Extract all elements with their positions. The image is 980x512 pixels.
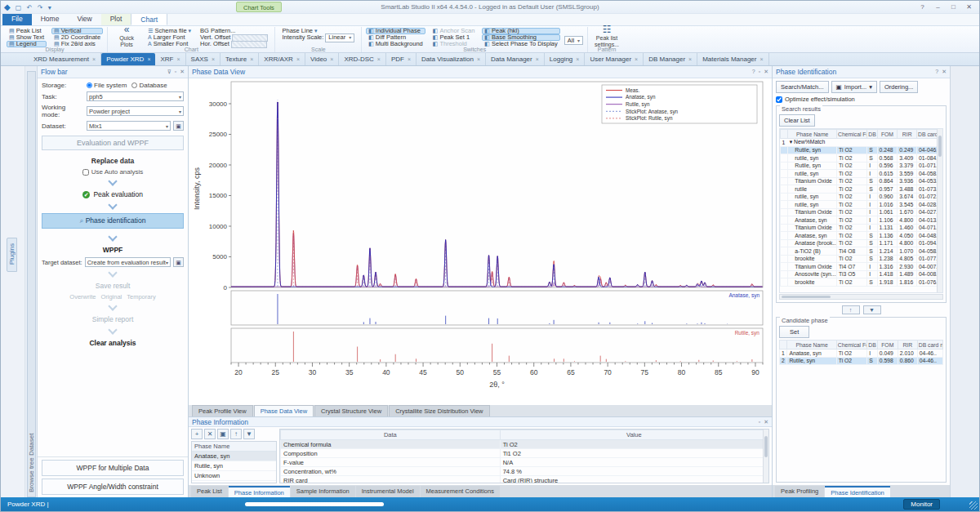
result-row[interactable]: Anatase, synTi O2 S1.1364.05004-048... [781, 232, 942, 240]
plugin-tab[interactable]: User Manager× [585, 53, 644, 65]
result-row[interactable]: Anatase (brook...Ti O2 S1.1714.80001-094… [781, 239, 942, 247]
plugin-tab[interactable]: Data Manager× [486, 53, 545, 65]
detail-row[interactable]: F-valueN/A [281, 458, 768, 467]
peak-list-settings-button[interactable]: ☷ Peak listsettings... [592, 28, 621, 45]
close-tab-icon[interactable]: × [536, 53, 539, 65]
close-tab-icon[interactable]: × [377, 53, 381, 65]
minimize-button[interactable]: – [931, 2, 945, 12]
add-phase-button[interactable]: + [191, 429, 203, 439]
result-group-row[interactable]: 1 ▾ New%Match [781, 139, 942, 147]
close-tab-icon[interactable]: × [688, 53, 692, 65]
expand-icon[interactable]: ▾ [790, 139, 792, 145]
help-icon[interactable]: ? [935, 69, 938, 75]
result-row[interactable]: a-TiO2 (B)Ti4 O8 S1.2141.07004-058... [781, 247, 942, 256]
plugin-tab[interactable]: Materials Manager× [697, 53, 768, 65]
optimize-checkbox[interactable] [776, 96, 782, 103]
col-formula[interactable]: Chemical Form... [837, 130, 867, 139]
detail-row[interactable]: CompositionTi1 O2 [281, 449, 768, 458]
plugin-tab[interactable]: SAXS× [186, 53, 220, 65]
float-icon[interactable]: ▫ [175, 69, 176, 75]
dataset-select[interactable]: Mix1▾ [87, 121, 171, 131]
dataset-browse-button[interactable]: ▣ [173, 121, 184, 131]
move-up-button[interactable]: ↑ [230, 429, 242, 439]
column-header-data[interactable]: Data [281, 430, 501, 440]
close-tab-icon[interactable]: × [760, 53, 763, 65]
target-dataset-options-button[interactable]: ▣ [173, 257, 184, 267]
close-tab-icon[interactable]: × [477, 53, 480, 65]
result-row[interactable]: Rutile, synTi O2 S0.2480.24904-046... [781, 146, 942, 154]
detail-row[interactable]: RIR cardCard (RIR) structure [281, 476, 768, 484]
resize-grip[interactable] [969, 501, 978, 510]
close-tab-icon[interactable]: × [296, 53, 300, 65]
detail-row[interactable]: Chemical formulaTi O2 [281, 440, 768, 449]
close-tab-icon[interactable]: × [635, 53, 638, 65]
plugin-tab[interactable]: DB Manager× [644, 53, 697, 65]
view-tab[interactable]: Peak Profile View [192, 405, 253, 416]
result-row[interactable]: rutileTi O2 S0.9573.48801-073... [781, 185, 942, 194]
help-icon[interactable]: ? [752, 69, 755, 75]
detail-row[interactable]: Concentration, wt%74.8 % [281, 467, 768, 476]
redo-icon[interactable]: ↷ [38, 4, 43, 11]
close-tab-icon[interactable]: × [576, 53, 579, 65]
flow-step-clear-analysis[interactable]: Clear analysis [42, 338, 184, 348]
copy-phase-button[interactable]: ▣ [217, 429, 229, 439]
plugin-tab[interactable]: Data Visualization× [416, 53, 486, 65]
col-db[interactable]: DB [867, 130, 877, 139]
help-button[interactable]: ? [915, 2, 929, 12]
wppf-footer-button[interactable]: WPPF Angle/Width constraint [42, 479, 184, 495]
col-rir[interactable]: RIR [898, 130, 917, 139]
quick-plots-button[interactable]: « QuickPlots [112, 28, 141, 45]
view-tab[interactable]: Crystal Structure View [314, 405, 388, 416]
bottom-tab[interactable]: Phase Information [229, 486, 290, 497]
float-icon[interactable]: ▫ [759, 69, 760, 75]
plugin-tab[interactable]: Powder XRD× [101, 53, 155, 65]
close-button[interactable]: ✕ [962, 2, 976, 12]
search-results-vscrollbar[interactable] [937, 129, 942, 292]
plugins-side-tab[interactable]: Plugins [7, 238, 17, 272]
close-tab-icon[interactable]: × [147, 53, 150, 65]
view-tab[interactable]: Phase Data View [254, 405, 314, 416]
result-row[interactable]: Titanium OxideTi O2 I1.1311.46004-071... [781, 224, 942, 232]
maximize-button[interactable]: □ [947, 2, 960, 12]
plugin-tab[interactable]: XRF× [155, 53, 185, 65]
ribbon-tab[interactable]: Chart [131, 13, 167, 25]
storage-radio[interactable]: File system [87, 82, 127, 89]
result-row[interactable]: rutile, synTi O2 S0.5683.40901-084... [781, 154, 942, 163]
result-row[interactable]: Titanium OxideTi O2 S0.8643.93604-053... [781, 177, 942, 185]
result-row[interactable]: brookiteTi O2 S1.9181.81601-076... [781, 278, 942, 287]
phase-display-select[interactable]: All▾ [564, 36, 583, 45]
delete-phase-button[interactable]: ✕ [204, 429, 216, 439]
flow-step-peak-evaluation[interactable]: ✔ Peak evaluation [42, 189, 184, 199]
col-fom[interactable]: FOM [877, 130, 898, 139]
result-row[interactable]: rutile, synTi O2 I1.0163.54504-028... [781, 201, 942, 209]
plugin-tab[interactable]: Texture× [220, 53, 259, 65]
right-tab[interactable]: Phase Identification [825, 486, 889, 497]
result-row[interactable]: rutile, synTi O2 I0.6153.55904-058... [781, 170, 942, 178]
result-row[interactable]: Titanium OxideTi O2 I1.0611.67004-027... [781, 208, 942, 216]
plugin-tab[interactable]: XRD Measurement× [29, 53, 101, 65]
close-tab-icon[interactable]: × [250, 53, 253, 65]
phase-list-item[interactable]: Unknown [192, 471, 276, 481]
close-tab-icon[interactable]: × [408, 53, 411, 65]
task-select[interactable]: pph5▾ [87, 91, 184, 101]
bottom-tab[interactable]: Sample Information [291, 486, 355, 497]
close-tab-icon[interactable]: × [330, 53, 333, 65]
bottom-tab[interactable]: Instrumental Model [356, 486, 420, 497]
phase-detail-scrollbar[interactable] [763, 430, 768, 483]
result-row[interactable]: Titanium OxideTi4 O7 I1.3162.93004-007..… [781, 263, 942, 271]
move-to-candidate-button[interactable]: ↑ [842, 305, 860, 314]
plugin-tab[interactable]: Logging× [545, 53, 586, 65]
bottom-tab[interactable]: Peak List [191, 486, 228, 497]
close-tab-icon[interactable]: × [92, 53, 96, 65]
plugin-tab[interactable]: Video× [305, 53, 339, 65]
column-header-value[interactable]: Value [500, 430, 768, 440]
search-results-hscrollbar[interactable] [779, 294, 943, 300]
monitor-button[interactable]: Monitor [903, 499, 940, 510]
remove-from-candidate-button[interactable]: ▼ [863, 305, 881, 314]
plugin-tab[interactable]: XRD-DSC× [339, 53, 386, 65]
phase-list-item[interactable]: Rutile, syn [192, 461, 276, 471]
auto-analysis-checkbox[interactable] [82, 169, 89, 176]
save-icon[interactable]: ▢ [16, 4, 22, 11]
phase-list-item[interactable]: Anatase, syn [192, 452, 276, 461]
search-match-button[interactable]: Search/Match... [776, 81, 829, 93]
